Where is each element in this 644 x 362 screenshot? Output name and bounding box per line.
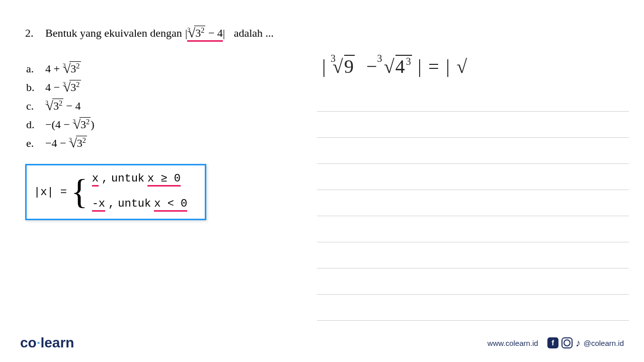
question-text: Bentuk yang ekuivalen dengan | 3 √ 32 − … (45, 25, 274, 42)
social-icons: f ♪ @colearn.id (547, 337, 624, 349)
definition-case-2: -x , untuk x < 0 (92, 198, 188, 212)
question-number: 2. (25, 27, 45, 40)
logo: co·learn (20, 335, 74, 351)
question-expression: | 3 √ 32 − 4 | (185, 25, 225, 42)
footer-url: www.colearn.id (488, 339, 538, 347)
handwritten-work: | 3√9 − 3√43 | = | √ (322, 55, 468, 77)
facebook-icon[interactable]: f (547, 337, 558, 348)
definition-case-1: x , untuk x ≥ 0 (92, 172, 188, 187)
tiktok-icon[interactable]: ♪ (576, 337, 581, 349)
notebook-lines (317, 85, 629, 321)
definition-box: |x| = { x , untuk x ≥ 0 -x , untuk x < 0 (25, 164, 206, 220)
social-handle: @colearn.id (584, 339, 624, 347)
footer: co·learn www.colearn.id f ♪ @colearn.id (0, 335, 644, 351)
instagram-icon[interactable] (561, 337, 573, 348)
brace-icon: { (71, 178, 88, 206)
question: 2. Bentuk yang ekuivalen dengan | 3 √ 32… (25, 25, 624, 42)
definition-lhs: |x| = (34, 186, 67, 199)
